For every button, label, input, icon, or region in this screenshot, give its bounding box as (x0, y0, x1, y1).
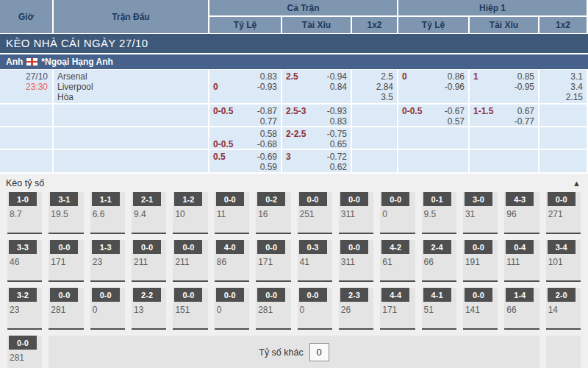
ft-ou-cell[interactable]: 3-0.720.62 (282, 150, 351, 172)
score-odds: 23 (7, 302, 42, 315)
score-cell[interactable]: 4-396 (504, 192, 539, 234)
score-cell[interactable]: 0-216 (256, 192, 290, 234)
h1-ou-cell[interactable]: 10.85-0.95 (470, 70, 538, 103)
score-cell[interactable]: 0-0271 (546, 192, 581, 234)
odds-value: -0.75 (327, 129, 347, 139)
col-header-ft-overunder: Tài Xỉu (282, 17, 351, 33)
ft-hdp-cell[interactable]: 0.580-0.5-0.68 (209, 127, 281, 149)
score-label: 0-0 (548, 192, 576, 206)
handicap-value: 0-0.5 (213, 106, 233, 116)
score-section-title: Kèo tỷ số (6, 178, 44, 188)
score-cell[interactable]: 0-0251 (298, 192, 332, 234)
odds-value: 0.83 (260, 71, 277, 82)
score-cell[interactable]: 3-119.5 (49, 192, 83, 234)
score-cell[interactable]: 2-466 (422, 240, 456, 282)
score-cell[interactable]: 0-0311 (339, 240, 373, 282)
h1-hdp-cell[interactable] (398, 127, 468, 149)
h1-hdp-cell[interactable] (398, 150, 468, 172)
ft-1x2-cell[interactable]: 2.52.843.5 (352, 70, 397, 103)
score-cell[interactable]: 0-341 (298, 240, 332, 282)
score-cell[interactable]: 0-19.5 (422, 192, 456, 234)
league-bar[interactable]: Anh *Ngoại Hạng Anh (0, 54, 588, 69)
h1-1x2-cell[interactable] (539, 127, 587, 149)
score-cell[interactable]: 0-00 (215, 288, 249, 330)
odds-table-header: Giờ Trận Đấu Cả Trận Hiệp 1 Tỷ Lệ Tài Xỉ… (0, 0, 588, 33)
h1-hdp-cell[interactable]: 0-0.5-0.670.57 (398, 105, 468, 126)
score-odds: 171 (256, 254, 290, 267)
h1-ou-cell[interactable]: 1-1.50.67-0.77 (470, 105, 538, 126)
score-cell[interactable]: 2-326 (339, 288, 373, 330)
score-label: 4-2 (381, 240, 409, 254)
col-header-match: Trận Đấu (54, 0, 208, 33)
ft-ou-cell[interactable]: 2-2.5-0.750.65 (282, 127, 351, 149)
score-cell[interactable]: 4-261 (380, 240, 415, 282)
score-cell[interactable]: 0-0281 (256, 288, 290, 330)
ft-ou-cell[interactable]: 2.5-0.940.84 (282, 70, 351, 103)
score-cell[interactable]: 4-151 (422, 288, 456, 330)
score-label: 0-0 (50, 240, 78, 254)
score-cell[interactable]: 0-0141 (463, 288, 498, 330)
ft-1x2-cell[interactable] (352, 127, 397, 149)
score-cell[interactable]: 0-0 281 (7, 336, 42, 368)
handicap-value: 2.5 (286, 71, 298, 82)
score-cell[interactable]: 0-0211 (173, 240, 207, 282)
score-odds: 281 (256, 302, 290, 315)
handicap-value: 0 (402, 71, 407, 82)
score-cell[interactable]: 1-16.6 (90, 192, 125, 234)
ft-hdp-cell[interactable]: 0-0.5-0.870.77 (209, 105, 281, 126)
h1-1x2-cell[interactable]: 3.13.42.15 (539, 70, 587, 103)
handicap-value: 0 (213, 82, 218, 92)
collapse-arrow-icon[interactable]: ▲ (573, 179, 581, 188)
handicap-value: 1 (473, 71, 478, 82)
score-cell[interactable]: 3-031 (463, 192, 498, 234)
score-cell[interactable]: 0-4111 (504, 240, 539, 282)
h1-1x2-cell[interactable] (539, 105, 587, 126)
score-cell[interactable]: 2-19.4 (132, 192, 166, 234)
h1-ou-cell[interactable] (470, 127, 538, 149)
score-cell[interactable]: 0-0281 (49, 288, 83, 330)
ft-1x2-cell[interactable] (352, 150, 397, 172)
odds-row-4: 0.5-0.690.593-0.720.62 (0, 150, 588, 172)
h1-hdp-cell[interactable]: 00.86-0.96 (398, 70, 468, 103)
score-odds: 8.7 (7, 206, 42, 219)
score-label: 0-0 (174, 288, 202, 302)
score-cell[interactable]: 0-00 (298, 288, 332, 330)
score-cell[interactable]: 1-210 (173, 192, 207, 234)
score-cell[interactable]: 0-0171 (49, 240, 83, 282)
score-cell[interactable]: 3-4101 (546, 240, 581, 282)
score-cell[interactable]: 0-0171 (256, 240, 290, 282)
odds-line: -0.96 (398, 82, 468, 92)
ft-1x2-cell[interactable] (352, 105, 397, 126)
odds-value: -0.72 (327, 152, 347, 162)
h1-ou-cell[interactable] (470, 150, 538, 172)
odds-value: 0.57 (448, 116, 465, 127)
score-cell[interactable]: 2-014 (546, 288, 581, 330)
score-odds: 211 (173, 254, 207, 267)
score-cell[interactable]: 4-4171 (380, 288, 415, 330)
score-cell[interactable]: 4-086 (215, 240, 249, 282)
score-cell[interactable]: 0-0151 (173, 288, 207, 330)
ft-ou-cell[interactable]: 2.5-3-0.930.83 (282, 105, 351, 126)
score-cell[interactable]: 0-0311 (339, 192, 373, 234)
score-cell[interactable]: 2-213 (132, 288, 166, 330)
ft-hdp-cell[interactable]: 0.830-0.93 (209, 70, 281, 103)
h1-1x2-cell[interactable] (539, 150, 587, 172)
score-cell[interactable]: 0-011 (215, 192, 249, 234)
other-score-input[interactable] (309, 343, 329, 361)
odds-line: 3-0.72 (282, 152, 351, 162)
odds-value: 0.85 (517, 71, 534, 82)
score-cell[interactable]: 0-00 (90, 288, 125, 330)
score-cell[interactable]: 0-00 (380, 192, 415, 234)
score-cell[interactable]: 1-08.7 (7, 192, 42, 234)
odd-1x2-value: 3.1 (539, 71, 587, 82)
odds-line: 0.58 (209, 129, 281, 139)
score-cell[interactable]: 3-346 (7, 240, 42, 282)
score-cell[interactable]: 1-466 (504, 288, 539, 330)
odds-value: 0.67 (517, 106, 534, 116)
score-cell[interactable]: 1-323 (90, 240, 125, 282)
score-cell[interactable]: 3-223 (7, 288, 42, 330)
score-cell[interactable]: 0-0191 (463, 240, 498, 282)
ft-hdp-cell[interactable]: 0.5-0.690.59 (209, 150, 281, 172)
odds-line: -0.77 (470, 116, 538, 127)
score-cell[interactable]: 0-0211 (132, 240, 166, 282)
